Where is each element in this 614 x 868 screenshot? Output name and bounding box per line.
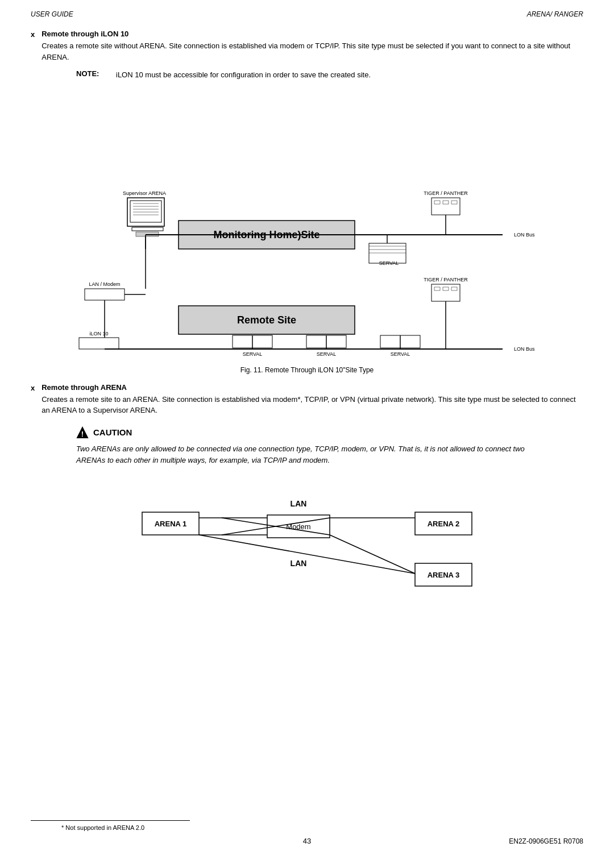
note-text: iLON 10 must be accessible for configura… — [116, 69, 371, 81]
lan-diagram: ARENA 1 ARENA 2 ARENA 3 Modem LAN LAN — [136, 478, 478, 603]
note-label: NOTE: — [76, 69, 110, 81]
header-right: ARENA/ RANGER — [527, 10, 583, 18]
diagram-ilon10: Supervisor ARENA LAN / Modem iLON 10 — [48, 90, 559, 357]
bullet-content-2: Remote through ARENA Creates a remote si… — [42, 383, 583, 416]
header-left: USER GUIDE — [31, 10, 73, 18]
footer-reference: EN2Z-0906GE51 R0708 — [509, 837, 583, 845]
svg-rect-31 — [451, 287, 457, 290]
bullet-marker-1: x — [31, 30, 35, 39]
caution-text: Two ARENAs are only allowed to be connec… — [76, 443, 538, 467]
remote-site-label: Remote Site — [237, 314, 296, 326]
svg-rect-29 — [434, 287, 440, 290]
main-content: x Remote through iLON 10 Creates a remot… — [0, 24, 614, 603]
svg-rect-7 — [132, 227, 163, 231]
bullet-text-1: Creates a remote site without ARENA. Sit… — [42, 40, 583, 63]
arena1-text: ARENA 1 — [155, 520, 187, 528]
serval2-label: SERVAL — [317, 351, 337, 357]
svg-line-50 — [199, 535, 415, 574]
svg-rect-12 — [79, 338, 119, 349]
svg-rect-20 — [443, 201, 449, 204]
lon-bus-bottom: LON Bus — [514, 346, 535, 352]
svg-rect-28 — [432, 284, 460, 301]
svg-rect-21 — [451, 201, 457, 204]
page-header: USER GUIDE ARENA/ RANGER — [0, 0, 614, 24]
caution-triangle-icon: ! — [76, 426, 89, 439]
svg-line-47 — [330, 535, 415, 574]
serval1-label: SERVAL — [243, 351, 263, 357]
bullet-ilon10: x Remote through iLON 10 Creates a remot… — [31, 30, 583, 63]
lon-bus-top: LON Bus — [514, 232, 535, 238]
arena3-text: ARENA 3 — [428, 571, 460, 579]
bullet-marker-2: x — [31, 384, 35, 392]
caution-title: ! CAUTION — [76, 426, 538, 439]
lan-diagram-svg: ARENA 1 ARENA 2 ARENA 3 Modem LAN LAN — [136, 478, 478, 603]
svg-rect-30 — [443, 287, 449, 290]
bullet-arena: x Remote through ARENA Creates a remote … — [31, 383, 583, 416]
figure-caption: Fig. 11. Remote Through iLON 10"Site Typ… — [31, 366, 583, 374]
bullet-title-2: Remote through ARENA — [42, 383, 583, 392]
caution-box: ! CAUTION Two ARENAs are only allowed to… — [76, 426, 538, 467]
tiger-panther-mid: TIGER / PANTHER — [424, 277, 468, 283]
svg-rect-9 — [85, 289, 125, 300]
bullet-text-2: Creates a remote site to an ARENA. Site … — [42, 394, 583, 416]
lan-modem-label: LAN / Modem — [89, 281, 120, 287]
caution-exclamation: ! — [81, 430, 84, 438]
lan-bottom-text: LAN — [291, 559, 307, 568]
lan-top-text: LAN — [291, 499, 307, 508]
page-footer: * Not supported in ARENA 2.0 43 EN2Z-090… — [0, 820, 614, 845]
svg-rect-18 — [432, 198, 460, 215]
svg-rect-19 — [434, 201, 440, 204]
tiger-panther-top: TIGER / PANTHER — [424, 190, 468, 196]
bullet-title-1: Remote through iLON 10 — [42, 30, 583, 38]
diagram-svg: Supervisor ARENA LAN / Modem iLON 10 — [48, 90, 559, 357]
svg-rect-1 — [130, 201, 161, 222]
footnote: * Not supported in ARENA 2.0 — [31, 820, 190, 834]
caution-title-text: CAUTION — [93, 427, 132, 437]
note-block: NOTE: iLON 10 must be accessible for con… — [76, 69, 538, 81]
bullet-content-1: Remote through iLON 10 Creates a remote … — [42, 30, 583, 63]
arena2-text: ARENA 2 — [428, 520, 460, 528]
supervisor-arena-label: Supervisor ARENA — [123, 190, 166, 196]
serval3-label: SERVAL — [391, 351, 410, 357]
ilon10-label: iLON 10 — [89, 331, 108, 337]
